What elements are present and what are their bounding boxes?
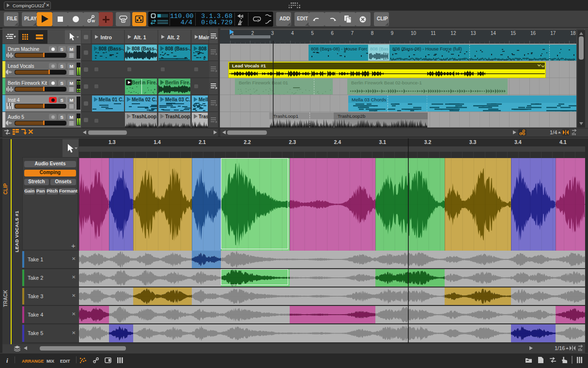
svg-text:w: w	[91, 18, 95, 23]
